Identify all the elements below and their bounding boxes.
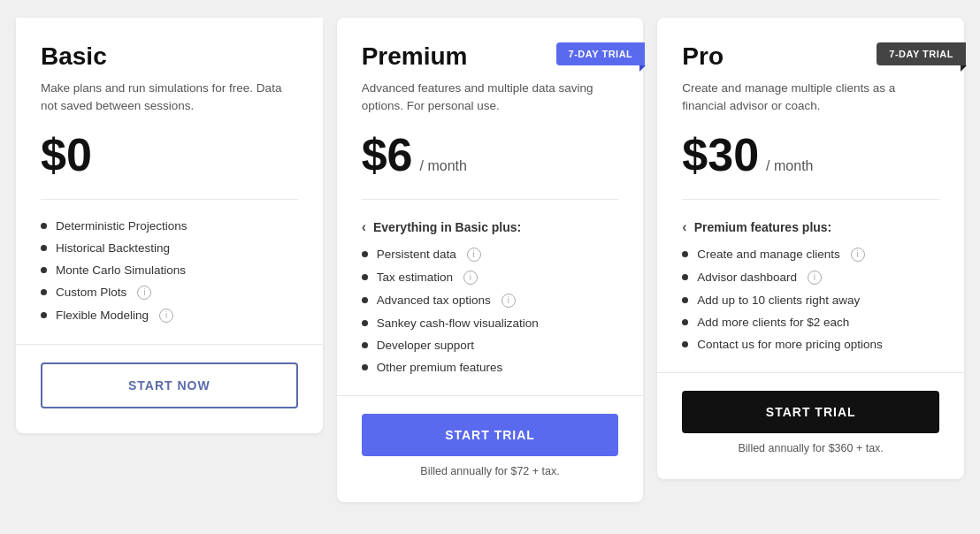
cta-button-pro[interactable]: START TRIAL [682,391,939,433]
feature-item: Contact us for more pricing options [682,338,939,351]
feature-item: Create and manage clientsi [682,248,939,262]
features-section-premium: ‹ Everything in Basic plus: Persistent d… [337,200,644,395]
feature-item: Monte Carlo Simulations [41,263,298,277]
feature-text: Other premium features [377,361,503,374]
plan-name-basic: Basic [41,42,298,71]
card-bottom-basic: START NOW [16,344,323,433]
price-row-premium: $6 / month [362,132,619,178]
feature-text: Contact us for more pricing options [697,338,882,351]
feature-bullet [682,341,688,347]
features-section-basic: Deterministic Projections Historical Bac… [16,200,323,344]
info-icon[interactable]: i [808,271,822,285]
features-header-pro: ‹ Premium features plus: [682,219,939,235]
cta-button-basic[interactable]: START NOW [41,362,298,408]
billed-note-premium: Billed annually for $72 + tax. [420,465,559,477]
chevron-icon: ‹ [362,219,366,235]
feature-bullet [362,274,368,280]
feature-bullet [682,297,688,303]
feature-bullet [682,251,688,257]
price-row-basic: $0 [41,132,298,178]
feature-bullet [41,289,47,295]
feature-item: Tax estimationi [362,271,619,285]
feature-text: Add up to 10 clients right away [697,294,860,307]
info-icon[interactable]: i [159,309,173,323]
card-bottom-premium: START TRIAL Billed annually for $72 + ta… [337,395,644,502]
feature-item: Persistent datai [362,248,619,262]
feature-text: Tax estimation [377,271,453,284]
trial-badge-premium: 7-DAY TRIAL [556,42,646,65]
feature-text: Monte Carlo Simulations [56,263,186,277]
plan-description-pro: Create and manage multiple clients as a … [682,80,939,116]
feature-bullet [362,297,368,303]
price-amount-premium: $6 [362,132,413,178]
feature-item: Advisor dashboardi [682,271,939,285]
plan-card-premium: 7-DAY TRIAL Premium Advanced features an… [337,18,644,502]
feature-text: Persistent data [377,248,456,261]
feature-item: Developer support [362,339,619,352]
info-icon[interactable]: i [463,271,478,285]
feature-bullet [362,251,368,257]
feature-text: Create and manage clients [697,248,839,261]
plan-description-basic: Make plans and run simulations for free.… [41,80,298,116]
billed-note-pro: Billed annually for $360 + tax. [739,442,884,454]
feature-text: Sankey cash-flow visualization [377,317,539,330]
feature-text: Advisor dashboard [697,271,797,284]
feature-bullet [41,245,47,251]
feature-item: Add more clients for $2 each [682,316,939,329]
feature-item: Sankey cash-flow visualization [362,317,619,330]
feature-item: Advanced tax optionsi [362,294,619,308]
card-top-basic: Basic Make plans and run simulations for… [16,18,323,199]
card-bottom-pro: START TRIAL Billed annually for $360 + t… [657,372,964,479]
features-header-premium: ‹ Everything in Basic plus: [362,219,619,235]
pricing-container: Basic Make plans and run simulations for… [9,18,971,502]
feature-text: Custom Plots [56,286,126,299]
feature-bullet [362,320,368,326]
feature-list-pro: Create and manage clientsi Advisor dashb… [682,248,939,351]
feature-list-premium: Persistent datai Tax estimationi Advance… [362,248,619,374]
features-header-text: Everything in Basic plus: [373,220,521,234]
plan-card-basic: Basic Make plans and run simulations for… [16,18,323,433]
feature-bullet [362,342,368,348]
feature-bullet [362,364,368,370]
feature-text: Add more clients for $2 each [697,316,849,329]
feature-bullet [682,319,688,325]
info-icon[interactable]: i [851,248,865,262]
price-amount-pro: $30 [682,132,759,178]
features-header-text: Premium features plus: [694,220,832,234]
feature-bullet [41,267,47,273]
feature-text: Historical Backtesting [56,241,170,255]
chevron-icon: ‹ [682,219,686,235]
price-period-pro: / month [766,158,813,174]
feature-item: Custom Plotsi [41,286,298,300]
feature-text: Advanced tax options [377,294,491,307]
info-icon[interactable]: i [467,248,481,262]
price-row-pro: $30 / month [682,132,939,178]
feature-item: Historical Backtesting [41,241,298,255]
info-icon[interactable]: i [501,294,516,308]
feature-item: Other premium features [362,361,619,374]
plan-card-pro: 7-DAY TRIAL Pro Create and manage multip… [657,18,964,479]
feature-bullet [41,312,47,318]
feature-list-basic: Deterministic Projections Historical Bac… [41,219,298,323]
price-period-premium: / month [420,158,467,174]
feature-bullet [41,223,47,229]
feature-item: Flexible Modelingi [41,309,298,323]
price-amount-basic: $0 [41,132,92,178]
plan-description-premium: Advanced features and multiple data savi… [362,80,619,116]
feature-item: Add up to 10 clients right away [682,294,939,307]
trial-badge-pro: 7-DAY TRIAL [877,42,966,65]
feature-bullet [682,274,688,280]
feature-item: Deterministic Projections [41,219,298,233]
feature-text: Flexible Modeling [56,309,149,322]
feature-text: Deterministic Projections [56,219,188,233]
feature-text: Developer support [377,339,474,352]
info-icon[interactable]: i [137,286,151,300]
features-section-pro: ‹ Premium features plus: Create and mana… [657,200,964,372]
cta-button-premium[interactable]: START TRIAL [362,414,619,456]
